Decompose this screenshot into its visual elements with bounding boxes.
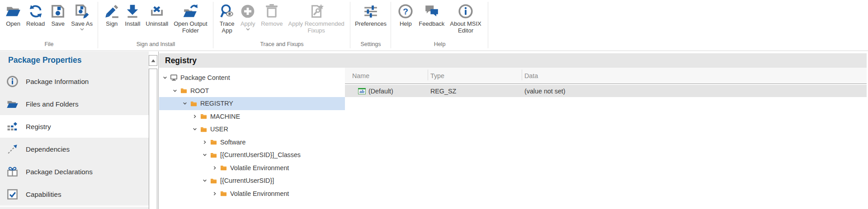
registry-tree: Package ContentROOTREGISTRYMACHINEUSERSo…	[159, 68, 345, 209]
trace-app-icon	[219, 3, 235, 20]
tree-item-label: MACHINE	[210, 113, 240, 120]
button-label: Trace App	[220, 21, 235, 34]
column-header-data[interactable]: Data	[522, 68, 867, 84]
chevron-down-icon[interactable]	[202, 152, 208, 158]
msix-editor-window: OpenReloadSaveSave AsFileSignInstallUnin…	[0, 0, 868, 209]
column-separator	[522, 70, 522, 80]
save-button[interactable]: Save	[47, 3, 68, 28]
tree-item-currentusersid-classes[interactable]: [{CurrentUserSID}]_Classes	[159, 149, 345, 162]
feedback-button[interactable]: Feedback	[416, 3, 447, 28]
reload-button[interactable]: Reload	[24, 3, 47, 28]
remove-button[interactable]: Remove	[258, 3, 285, 28]
sidebar-item-label: Package Declarations	[26, 168, 93, 176]
app-body: Package Properties Package InformationFi…	[0, 51, 868, 209]
install-button[interactable]: Install	[122, 3, 143, 28]
tree-item-registry[interactable]: REGISTRY	[159, 97, 345, 110]
tree-item-label: Package Content	[180, 74, 230, 81]
apply-icon	[240, 3, 255, 20]
sidebar-item-label: Capabilities	[26, 190, 61, 198]
folder-icon	[210, 177, 217, 184]
tree-item-volatile-environment[interactable]: Volatile Environment	[159, 187, 345, 200]
tree-item-label: Software	[220, 139, 245, 146]
tree-item-machine[interactable]: MACHINE	[159, 110, 345, 123]
ribbon-group-file: OpenReloadSaveSave AsFile	[0, 0, 98, 51]
button-label: Preferences	[355, 21, 387, 28]
dropdown-chevron-icon[interactable]	[246, 28, 250, 31]
tree-item-label: Volatile Environment	[230, 190, 289, 197]
save-as-button[interactable]: Save As	[68, 3, 95, 31]
folder-icon	[180, 87, 188, 94]
about-msix-editor-button[interactable]: About MSIX Editor	[447, 3, 484, 34]
install-icon	[125, 3, 140, 20]
chevron-right-icon[interactable]	[212, 190, 218, 197]
help-icon: ?	[398, 3, 413, 20]
button-label: Feedback	[419, 21, 444, 28]
folder-icon	[200, 113, 208, 120]
scrollbar-thumb[interactable]	[149, 69, 157, 209]
trace-app-button[interactable]: Trace App	[217, 3, 237, 34]
remove-icon	[264, 3, 279, 20]
chevron-right-icon[interactable]	[212, 164, 218, 171]
sidebar-item-files-and-folders[interactable]: Files and Folders	[0, 93, 149, 115]
sidebar-item-package-information[interactable]: Package Information	[0, 70, 149, 93]
open-output-folder-icon	[183, 3, 198, 20]
folder-icon	[210, 151, 217, 158]
chevron-down-icon[interactable]	[162, 74, 169, 81]
dropdown-chevron-icon[interactable]	[80, 28, 84, 31]
sign-button[interactable]: Sign	[101, 3, 122, 28]
apply-button[interactable]: Apply	[237, 3, 258, 31]
ribbon-group-label: Help	[391, 41, 488, 51]
string-value-icon: ab	[358, 88, 366, 94]
preferences-button[interactable]: Preferences	[352, 3, 389, 28]
chevron-down-icon[interactable]	[192, 126, 198, 133]
sidebar-title: Package Properties	[0, 51, 149, 70]
apply-recommended-fixups-button[interactable]: Apply Recommended Fixups	[286, 3, 347, 34]
folder-icon	[220, 164, 227, 172]
column-header-type[interactable]: Type	[428, 68, 522, 84]
column-header-name[interactable]: Name	[345, 68, 428, 84]
open-output-folder-button[interactable]: Open Output Folder	[171, 3, 210, 34]
chevron-down-icon[interactable]	[182, 100, 189, 107]
registry-icon	[6, 121, 19, 133]
uninstall-icon	[149, 3, 165, 20]
chevron-down-icon[interactable]	[202, 177, 208, 184]
dependencies-icon	[6, 143, 19, 155]
button-label: Open Output Folder	[174, 21, 207, 34]
scroll-up-button[interactable]	[149, 55, 157, 66]
tree-item-currentusersid[interactable]: [{CurrentUserSID}]	[159, 174, 345, 187]
capabilities-icon	[6, 188, 19, 200]
tree-item-user[interactable]: USER	[159, 123, 345, 136]
page-title: Registry	[159, 53, 867, 68]
sidebar-item-label: Package Information	[26, 78, 89, 85]
up-arrow-icon	[151, 59, 156, 62]
button-label: Remove	[261, 21, 283, 28]
name-cell: ab(Default)	[345, 88, 428, 95]
folder-icon	[220, 190, 227, 197]
save-as-icon	[74, 3, 90, 20]
tree-item-software[interactable]: Software	[159, 136, 345, 149]
sidebar-item-package-declarations[interactable]: Package Declarations	[0, 160, 149, 183]
tree-item-package-content[interactable]: Package Content	[159, 71, 345, 84]
chevron-down-icon[interactable]	[172, 87, 179, 94]
uninstall-button[interactable]: Uninstall	[143, 3, 171, 28]
folder-icon	[210, 139, 217, 146]
tree-item-volatile-environment[interactable]: Volatile Environment	[159, 162, 345, 175]
ribbon-group-help: ?HelpFeedbackAbout MSIX EditorHelp	[391, 0, 488, 51]
folder-icon	[190, 100, 198, 107]
chevron-right-icon[interactable]	[192, 113, 198, 120]
sidebar-item-dependencies[interactable]: Dependencies	[0, 138, 149, 160]
open-button[interactable]: Open	[3, 3, 24, 28]
tree-item-root[interactable]: ROOT	[159, 84, 345, 98]
sidebar-item-capabilities[interactable]: Capabilities	[0, 183, 149, 205]
sidebar-item-registry[interactable]: Registry	[0, 115, 149, 138]
button-label: About MSIX Editor	[450, 21, 481, 34]
sidebar-scrollbar[interactable]	[149, 51, 159, 209]
table-header: NameTypeData	[345, 68, 867, 84]
help-button[interactable]: ?Help	[395, 3, 416, 28]
table-row[interactable]: ab(Default)REG_SZ(value not set)	[345, 85, 867, 97]
sidebar: Package Properties Package InformationFi…	[0, 51, 149, 209]
apply-recommended-fixups-icon	[309, 3, 324, 20]
reload-icon	[28, 3, 43, 20]
chevron-right-icon[interactable]	[202, 139, 208, 145]
ribbon-group-settings: PreferencesSettings	[350, 0, 391, 51]
